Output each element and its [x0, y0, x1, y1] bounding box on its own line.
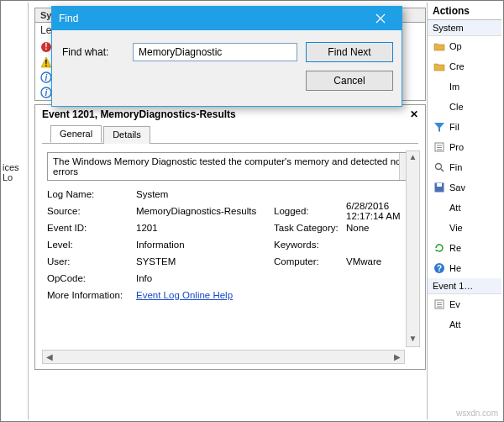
- app-window: ices Lo Syst Lev !E!Warning6/28/2016 12:…: [0, 0, 504, 422]
- actions-panel: Actions System OpCreImCleFilProFinSavAtt…: [427, 3, 501, 419]
- scroll-up-icon[interactable]: ▲: [409, 151, 417, 165]
- lbl-logname: Log Name:: [47, 189, 136, 199]
- scroll-down-icon[interactable]: ▼: [409, 333, 417, 346]
- action-item[interactable]: Att: [428, 198, 501, 218]
- watermark-text: wsxdn.com: [456, 409, 498, 418]
- properties-icon: [433, 141, 445, 153]
- svg-text:!: !: [45, 59, 47, 68]
- action-item[interactable]: Re: [428, 238, 501, 258]
- action-item[interactable]: Pro: [428, 137, 501, 157]
- left-nav-label: ices Lo: [3, 162, 19, 182]
- folder-icon: [433, 40, 445, 52]
- action-label: Ev: [449, 299, 460, 309]
- action-label: Fil: [449, 122, 459, 132]
- find-icon: [433, 161, 445, 173]
- action-item[interactable]: Ev: [428, 294, 501, 314]
- svg-text:i: i: [45, 88, 48, 98]
- val-logged: 6/28/2016 12:17:14 AM: [346, 201, 413, 221]
- action-item[interactable]: Cre: [428, 56, 501, 76]
- svg-rect-16: [437, 183, 442, 187]
- action-label: Sav: [449, 182, 465, 193]
- actions-header: Actions: [428, 3, 501, 20]
- val-eventid: 1201: [136, 223, 274, 233]
- left-nav-strip: ices Lo: [3, 3, 29, 419]
- lbl-opcode: OpCode:: [47, 273, 136, 283]
- lbl-keywords: Keywords:: [274, 240, 346, 250]
- action-label: Pro: [449, 142, 464, 152]
- lbl-source: Source:: [47, 206, 136, 216]
- action-label: Fin: [449, 162, 462, 172]
- filter-icon: [433, 121, 445, 133]
- action-label: Cre: [449, 61, 465, 71]
- info-icon: i: [40, 87, 52, 98]
- val-taskcat: None: [346, 223, 413, 233]
- val-computer: VMware: [346, 256, 413, 266]
- svg-text:!: !: [45, 42, 47, 51]
- action-item[interactable]: Att: [428, 314, 501, 335]
- svg-text:i: i: [45, 73, 48, 82]
- actions-group-system: System: [428, 20, 501, 36]
- detail-vscrollbar[interactable]: ▲ ▼: [406, 150, 420, 347]
- action-label: Op: [449, 41, 462, 51]
- folder-icon: [433, 61, 445, 72]
- action-item[interactable]: Fin: [428, 157, 501, 177]
- link-eventlog-online-help[interactable]: Event Log Online Help: [136, 290, 274, 300]
- save-icon: [433, 182, 445, 193]
- action-item[interactable]: Im: [428, 76, 501, 97]
- event-message-box: The Windows Memory Diagnostic tested the…: [47, 152, 413, 181]
- event-detail-pane: Event 1201, MemoryDiagnostics-Results ✕ …: [34, 104, 426, 370]
- event-message-text: The Windows Memory Diagnostic tested the…: [53, 156, 401, 177]
- lbl-taskcat: Task Category:: [274, 223, 346, 233]
- actions-group-event: Event 1…: [428, 278, 501, 294]
- lbl-user: User:: [47, 256, 136, 266]
- find-dialog: Find Find what: Find Next Cancel: [51, 6, 402, 107]
- close-icon: [375, 13, 386, 24]
- tab-general[interactable]: General: [50, 125, 102, 143]
- action-label: Im: [449, 82, 459, 92]
- svg-line-14: [441, 169, 444, 171]
- refresh-icon: [433, 242, 445, 254]
- detail-close-button[interactable]: ✕: [410, 108, 418, 120]
- warning-icon: !: [40, 56, 52, 68]
- find-dialog-title: Find: [59, 13, 78, 24]
- detail-title: Event 1201, MemoryDiagnostics-Results: [42, 108, 236, 120]
- find-next-button[interactable]: Find Next: [306, 42, 393, 62]
- event-fields: Log Name: System Source: MemoryDiagnosti…: [47, 186, 413, 303]
- val-level: Information: [136, 240, 274, 250]
- svg-marker-8: [434, 123, 444, 132]
- help-icon: ?: [433, 262, 445, 274]
- action-item[interactable]: Cle: [428, 97, 501, 117]
- svg-point-13: [436, 164, 442, 170]
- info-icon: i: [40, 71, 52, 83]
- scroll-left-icon[interactable]: ◀: [43, 352, 56, 361]
- action-item[interactable]: Fil: [428, 117, 501, 137]
- action-item[interactable]: Op: [428, 36, 501, 56]
- val-logname: System: [136, 189, 274, 199]
- action-label: Re: [449, 243, 461, 253]
- lbl-eventid: Event ID:: [47, 223, 136, 233]
- tab-details[interactable]: Details: [103, 126, 150, 144]
- action-item[interactable]: Vie: [428, 218, 501, 238]
- action-label: Att: [449, 319, 460, 330]
- lbl-level: Level:: [47, 240, 136, 250]
- find-dialog-close-button[interactable]: [366, 10, 395, 27]
- lbl-logged: Logged:: [274, 206, 346, 216]
- action-label: He: [449, 263, 461, 273]
- svg-text:?: ?: [437, 264, 442, 273]
- val-user: SYSTEM: [136, 256, 274, 266]
- action-label: Cle: [449, 102, 464, 112]
- lbl-moreinfo: More Information:: [47, 290, 136, 300]
- find-dialog-titlebar[interactable]: Find: [52, 7, 402, 30]
- action-label: Vie: [449, 223, 463, 233]
- val-source: MemoryDiagnostics-Results: [136, 206, 274, 216]
- lbl-computer: Computer:: [274, 256, 346, 266]
- error-icon: !: [40, 41, 52, 53]
- find-what-input[interactable]: [133, 43, 297, 61]
- action-item[interactable]: ?He: [428, 258, 501, 278]
- action-label: Att: [449, 203, 460, 213]
- scroll-right-icon[interactable]: ▶: [391, 352, 404, 361]
- action-item[interactable]: Sav: [428, 177, 501, 198]
- find-what-label: Find what:: [62, 46, 124, 58]
- cancel-button[interactable]: Cancel: [306, 71, 393, 91]
- detail-hscrollbar[interactable]: ◀ ▶: [42, 350, 405, 364]
